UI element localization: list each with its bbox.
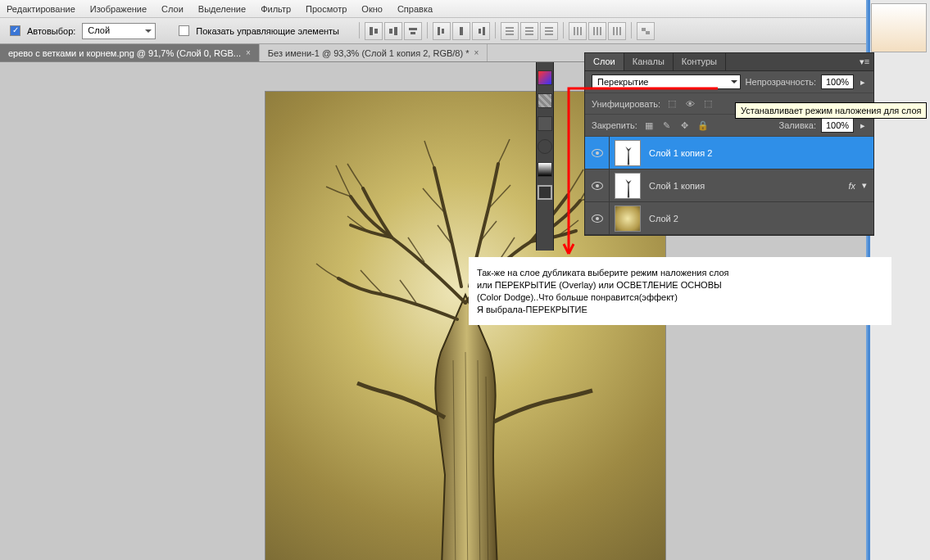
annotation-arrow [562, 82, 726, 262]
align-icon[interactable] [365, 22, 383, 40]
svg-rect-12 [506, 30, 514, 32]
menu-image[interactable]: Изображение [90, 4, 147, 14]
svg-rect-0 [370, 27, 373, 35]
annotation-text: Так-же на слое дубликата выберите режим … [469, 257, 891, 325]
svg-rect-15 [525, 30, 533, 32]
menu-window[interactable]: Окно [361, 4, 383, 14]
distribute-icon[interactable] [588, 22, 606, 40]
align-icon[interactable] [404, 22, 422, 40]
menu-select[interactable]: Выделение [198, 4, 246, 14]
adjust-panel-icon[interactable] [538, 162, 552, 177]
paths-tab[interactable]: Контуры [674, 53, 726, 70]
distribute-icon[interactable] [540, 22, 558, 40]
svg-rect-21 [577, 27, 578, 35]
thumbnail-card[interactable] [871, 3, 927, 52]
text-panel-icon[interactable] [538, 116, 552, 131]
svg-rect-11 [506, 27, 514, 29]
svg-rect-6 [438, 27, 440, 35]
menu-edit[interactable]: Редактирование [7, 4, 75, 14]
annotation-line: Так-же на слое дубликата выберите режим … [477, 267, 883, 279]
svg-rect-17 [545, 27, 553, 29]
color-panel-icon[interactable] [538, 70, 552, 85]
distribute-icon[interactable] [608, 22, 626, 40]
svg-rect-25 [600, 27, 601, 35]
show-controls-label: Показать управляющие элементы [196, 26, 339, 36]
swatches-panel-icon[interactable] [538, 93, 552, 108]
auto-select-dropdown[interactable]: Слой [82, 23, 156, 39]
svg-rect-7 [442, 29, 444, 34]
svg-rect-14 [525, 27, 533, 29]
distribute-icon[interactable] [501, 22, 519, 40]
svg-rect-18 [545, 30, 553, 32]
distribute-icon[interactable] [569, 22, 587, 40]
opacity-field[interactable]: 100% [821, 75, 854, 89]
tab-label: Без имени-1 @ 93,3% (Слой 1 копия 2, RGB… [268, 48, 470, 58]
styles-panel-icon[interactable] [538, 139, 552, 154]
svg-rect-29 [642, 28, 646, 31]
svg-rect-4 [409, 28, 417, 30]
svg-rect-10 [483, 27, 485, 35]
svg-rect-8 [460, 27, 463, 35]
svg-rect-3 [394, 27, 397, 35]
align-icon[interactable] [472, 22, 490, 40]
svg-rect-13 [506, 34, 514, 35]
menu-view[interactable]: Просмотр [306, 4, 347, 14]
align-icon[interactable] [433, 22, 451, 40]
svg-rect-16 [525, 34, 533, 35]
annotation-line: (Color Dodge)..Что больше понравится(эфф… [477, 291, 883, 304]
svg-rect-20 [574, 27, 575, 35]
annotation-line: Я выбрала-ПЕРЕКРЫТИЕ [477, 304, 883, 316]
align-icon[interactable] [384, 22, 402, 40]
menu-layers[interactable]: Слои [161, 4, 184, 14]
mask-panel-icon[interactable] [538, 185, 552, 200]
svg-rect-26 [613, 27, 615, 35]
menu-help[interactable]: Справка [397, 4, 433, 14]
tooltip: Устанавливает режим наложения для слоя [735, 102, 927, 119]
fill-slider-icon[interactable]: ▸ [859, 120, 867, 131]
options-bar: Автовыбор: Слой Показать управляющие эле… [0, 18, 930, 44]
annotation-line: или ПЕРЕКРЫТИЕ (Overlay) или ОСВЕТЛЕНИЕ … [477, 279, 883, 291]
collapsed-panels [536, 62, 554, 251]
svg-rect-23 [593, 27, 595, 35]
tab-label: ерево с ветками и корнем.png @ 91,7% (Сл… [8, 48, 241, 58]
close-icon[interactable]: × [474, 48, 479, 57]
channels-tab[interactable]: Каналы [624, 53, 674, 70]
panel-menu-icon[interactable]: ▾≡ [855, 53, 873, 70]
show-controls-checkbox[interactable] [179, 25, 189, 36]
svg-rect-9 [479, 29, 481, 34]
document-tab[interactable]: ерево с ветками и корнем.png @ 91,7% (Сл… [0, 44, 260, 61]
svg-rect-2 [389, 29, 392, 34]
align-icon[interactable] [452, 22, 470, 40]
layers-tab[interactable]: Слои [585, 53, 624, 70]
svg-rect-24 [597, 27, 598, 35]
svg-rect-1 [374, 29, 378, 34]
close-icon[interactable]: × [246, 48, 251, 57]
opacity-slider-icon[interactable]: ▸ [859, 77, 867, 88]
menu-filter[interactable]: Фильтр [261, 4, 291, 14]
auto-align-icon[interactable] [637, 22, 655, 40]
menu-bar: Редактирование Изображение Слои Выделени… [0, 0, 930, 18]
fx-expand-icon[interactable]: ▾ [862, 180, 870, 191]
document-tab[interactable]: Без имени-1 @ 93,3% (Слой 1 копия 2, RGB… [260, 44, 488, 61]
auto-select-label: Автовыбор: [27, 26, 75, 36]
svg-rect-5 [411, 32, 415, 34]
svg-rect-30 [646, 31, 650, 34]
svg-rect-28 [619, 27, 621, 35]
svg-rect-27 [616, 27, 618, 35]
fill-field[interactable]: 100% [821, 118, 854, 133]
fx-badge[interactable]: fx [848, 181, 855, 191]
svg-rect-22 [580, 27, 582, 35]
svg-rect-19 [545, 34, 553, 35]
opacity-label: Непрозрачность: [746, 77, 816, 87]
fill-label: Заливка: [779, 120, 816, 130]
auto-select-checkbox[interactable] [10, 25, 20, 36]
distribute-icon[interactable] [520, 22, 538, 40]
